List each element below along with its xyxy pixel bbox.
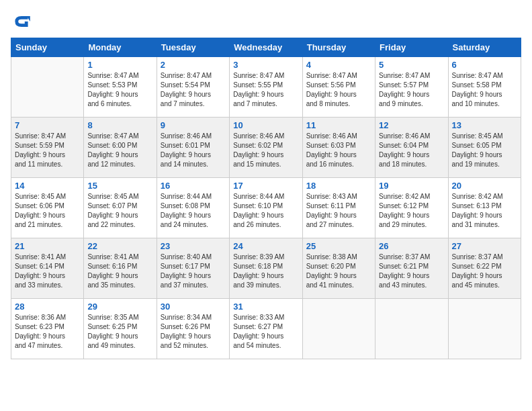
weekday-header-row: SundayMondayTuesdayWednesdayThursdayFrid… bbox=[11, 38, 521, 57]
day-info: Sunrise: 8:33 AM Sunset: 6:27 PM Dayligh… bbox=[233, 313, 298, 351]
day-info: Sunrise: 8:42 AM Sunset: 6:12 PM Dayligh… bbox=[379, 192, 444, 230]
calendar-cell: 19Sunrise: 8:42 AM Sunset: 6:12 PM Dayli… bbox=[375, 178, 448, 238]
day-number: 7 bbox=[15, 120, 80, 130]
calendar-cell: 26Sunrise: 8:37 AM Sunset: 6:21 PM Dayli… bbox=[375, 238, 448, 299]
day-number: 8 bbox=[87, 120, 152, 130]
calendar-cell: 14Sunrise: 8:45 AM Sunset: 6:06 PM Dayli… bbox=[11, 178, 84, 238]
weekday-header-thursday: Thursday bbox=[302, 38, 375, 57]
day-number: 19 bbox=[379, 181, 444, 191]
calendar-cell bbox=[11, 57, 84, 118]
calendar-cell: 5Sunrise: 8:47 AM Sunset: 5:57 PM Daylig… bbox=[375, 57, 448, 118]
calendar-cell: 11Sunrise: 8:46 AM Sunset: 6:03 PM Dayli… bbox=[302, 118, 375, 178]
calendar-cell: 15Sunrise: 8:45 AM Sunset: 6:07 PM Dayli… bbox=[84, 178, 157, 238]
calendar-cell: 2Sunrise: 8:47 AM Sunset: 5:54 PM Daylig… bbox=[157, 57, 229, 118]
day-info: Sunrise: 8:46 AM Sunset: 6:04 PM Dayligh… bbox=[379, 132, 444, 169]
calendar-cell: 12Sunrise: 8:46 AM Sunset: 6:04 PM Dayli… bbox=[375, 118, 448, 178]
day-info: Sunrise: 8:47 AM Sunset: 5:56 PM Dayligh… bbox=[306, 71, 371, 109]
calendar-cell: 8Sunrise: 8:47 AM Sunset: 6:00 PM Daylig… bbox=[84, 118, 157, 178]
calendar-cell: 10Sunrise: 8:46 AM Sunset: 6:02 PM Dayli… bbox=[230, 118, 302, 178]
day-info: Sunrise: 8:44 AM Sunset: 6:08 PM Dayligh… bbox=[161, 192, 226, 230]
calendar-week-row: 21Sunrise: 8:41 AM Sunset: 6:14 PM Dayli… bbox=[11, 238, 521, 299]
day-info: Sunrise: 8:41 AM Sunset: 6:14 PM Dayligh… bbox=[15, 253, 80, 290]
weekday-header-wednesday: Wednesday bbox=[230, 38, 302, 57]
day-number: 18 bbox=[306, 181, 371, 191]
day-number: 11 bbox=[306, 120, 371, 130]
calendar-cell: 18Sunrise: 8:43 AM Sunset: 6:11 PM Dayli… bbox=[302, 178, 375, 238]
calendar-cell: 9Sunrise: 8:46 AM Sunset: 6:01 PM Daylig… bbox=[157, 118, 229, 178]
day-number: 9 bbox=[161, 120, 226, 130]
day-number: 16 bbox=[161, 181, 226, 191]
day-info: Sunrise: 8:47 AM Sunset: 5:57 PM Dayligh… bbox=[379, 71, 444, 109]
day-info: Sunrise: 8:47 AM Sunset: 6:00 PM Dayligh… bbox=[87, 132, 152, 169]
calendar-week-row: 1Sunrise: 8:47 AM Sunset: 5:53 PM Daylig… bbox=[11, 57, 521, 118]
day-info: Sunrise: 8:45 AM Sunset: 6:07 PM Dayligh… bbox=[87, 192, 152, 230]
day-number: 10 bbox=[233, 120, 298, 130]
calendar-cell: 30Sunrise: 8:34 AM Sunset: 6:26 PM Dayli… bbox=[157, 299, 229, 359]
day-info: Sunrise: 8:44 AM Sunset: 6:10 PM Dayligh… bbox=[233, 192, 298, 230]
day-info: Sunrise: 8:36 AM Sunset: 6:23 PM Dayligh… bbox=[15, 313, 80, 351]
weekday-header-sunday: Sunday bbox=[11, 38, 84, 57]
logo bbox=[11, 11, 35, 32]
weekday-header-tuesday: Tuesday bbox=[157, 38, 229, 57]
day-number: 3 bbox=[233, 60, 298, 70]
day-info: Sunrise: 8:34 AM Sunset: 6:26 PM Dayligh… bbox=[161, 313, 226, 351]
calendar-week-row: 28Sunrise: 8:36 AM Sunset: 6:23 PM Dayli… bbox=[11, 299, 521, 359]
day-number: 29 bbox=[87, 302, 152, 312]
day-info: Sunrise: 8:45 AM Sunset: 6:05 PM Dayligh… bbox=[452, 132, 517, 169]
day-number: 21 bbox=[15, 241, 80, 251]
day-number: 23 bbox=[161, 241, 226, 251]
logo-icon bbox=[11, 11, 32, 32]
day-number: 20 bbox=[452, 181, 517, 191]
calendar-week-row: 7Sunrise: 8:47 AM Sunset: 5:59 PM Daylig… bbox=[11, 118, 521, 178]
calendar-cell bbox=[375, 299, 448, 359]
day-info: Sunrise: 8:47 AM Sunset: 5:59 PM Dayligh… bbox=[15, 132, 80, 169]
day-number: 28 bbox=[15, 302, 80, 312]
calendar-cell: 22Sunrise: 8:41 AM Sunset: 6:16 PM Dayli… bbox=[84, 238, 157, 299]
day-info: Sunrise: 8:35 AM Sunset: 6:25 PM Dayligh… bbox=[87, 313, 152, 351]
calendar-cell bbox=[448, 299, 521, 359]
calendar-cell: 6Sunrise: 8:47 AM Sunset: 5:58 PM Daylig… bbox=[448, 57, 521, 118]
day-number: 14 bbox=[15, 181, 80, 191]
calendar: SundayMondayTuesdayWednesdayThursdayFrid… bbox=[11, 38, 521, 359]
day-number: 31 bbox=[233, 302, 298, 312]
calendar-cell: 17Sunrise: 8:44 AM Sunset: 6:10 PM Dayli… bbox=[230, 178, 302, 238]
day-info: Sunrise: 8:39 AM Sunset: 6:18 PM Dayligh… bbox=[233, 253, 298, 290]
day-number: 27 bbox=[452, 241, 517, 251]
header bbox=[11, 11, 521, 32]
day-info: Sunrise: 8:45 AM Sunset: 6:06 PM Dayligh… bbox=[15, 192, 80, 230]
weekday-header-friday: Friday bbox=[375, 38, 448, 57]
day-info: Sunrise: 8:37 AM Sunset: 6:21 PM Dayligh… bbox=[379, 253, 444, 290]
day-info: Sunrise: 8:43 AM Sunset: 6:11 PM Dayligh… bbox=[306, 192, 371, 230]
calendar-cell: 27Sunrise: 8:37 AM Sunset: 6:22 PM Dayli… bbox=[448, 238, 521, 299]
day-info: Sunrise: 8:37 AM Sunset: 6:22 PM Dayligh… bbox=[452, 253, 517, 290]
day-number: 17 bbox=[233, 181, 298, 191]
day-number: 5 bbox=[379, 60, 444, 70]
calendar-cell: 20Sunrise: 8:42 AM Sunset: 6:13 PM Dayli… bbox=[448, 178, 521, 238]
day-number: 13 bbox=[452, 120, 517, 130]
day-number: 1 bbox=[87, 60, 152, 70]
day-number: 26 bbox=[379, 241, 444, 251]
day-info: Sunrise: 8:47 AM Sunset: 5:54 PM Dayligh… bbox=[161, 71, 226, 109]
day-number: 25 bbox=[306, 241, 371, 251]
day-number: 24 bbox=[233, 241, 298, 251]
day-number: 4 bbox=[306, 60, 371, 70]
calendar-cell: 25Sunrise: 8:38 AM Sunset: 6:20 PM Dayli… bbox=[302, 238, 375, 299]
day-number: 30 bbox=[161, 302, 226, 312]
day-info: Sunrise: 8:40 AM Sunset: 6:17 PM Dayligh… bbox=[161, 253, 226, 290]
calendar-cell: 16Sunrise: 8:44 AM Sunset: 6:08 PM Dayli… bbox=[157, 178, 229, 238]
day-info: Sunrise: 8:46 AM Sunset: 6:01 PM Dayligh… bbox=[161, 132, 226, 169]
calendar-cell: 24Sunrise: 8:39 AM Sunset: 6:18 PM Dayli… bbox=[230, 238, 302, 299]
day-info: Sunrise: 8:47 AM Sunset: 5:58 PM Dayligh… bbox=[452, 71, 517, 109]
day-info: Sunrise: 8:38 AM Sunset: 6:20 PM Dayligh… bbox=[306, 253, 371, 290]
day-info: Sunrise: 8:47 AM Sunset: 5:55 PM Dayligh… bbox=[233, 71, 298, 109]
calendar-cell bbox=[302, 299, 375, 359]
calendar-cell: 4Sunrise: 8:47 AM Sunset: 5:56 PM Daylig… bbox=[302, 57, 375, 118]
day-number: 2 bbox=[161, 60, 226, 70]
calendar-cell: 29Sunrise: 8:35 AM Sunset: 6:25 PM Dayli… bbox=[84, 299, 157, 359]
weekday-header-monday: Monday bbox=[84, 38, 157, 57]
calendar-cell: 31Sunrise: 8:33 AM Sunset: 6:27 PM Dayli… bbox=[230, 299, 302, 359]
day-info: Sunrise: 8:47 AM Sunset: 5:53 PM Dayligh… bbox=[87, 71, 152, 109]
calendar-cell: 23Sunrise: 8:40 AM Sunset: 6:17 PM Dayli… bbox=[157, 238, 229, 299]
calendar-cell: 13Sunrise: 8:45 AM Sunset: 6:05 PM Dayli… bbox=[448, 118, 521, 178]
calendar-cell: 7Sunrise: 8:47 AM Sunset: 5:59 PM Daylig… bbox=[11, 118, 84, 178]
